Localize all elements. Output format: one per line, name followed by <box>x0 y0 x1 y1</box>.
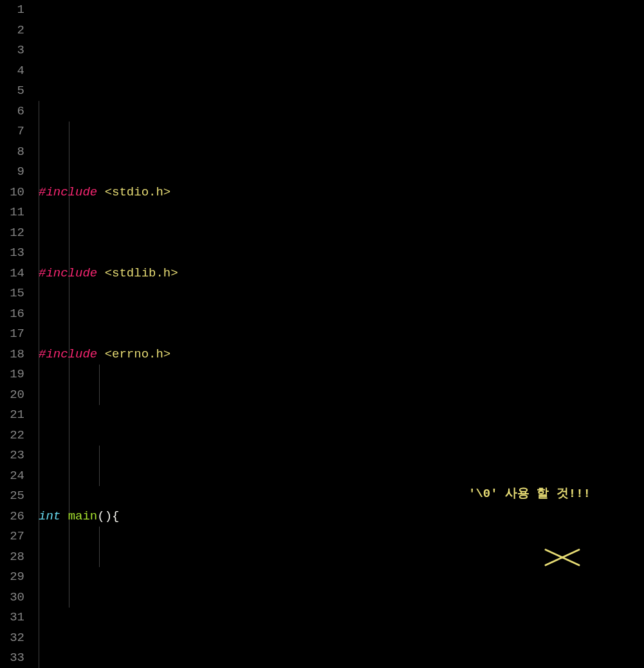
line-number: 7 <box>0 122 24 142</box>
code-line[interactable]: #include <stdlib.h> <box>39 264 644 284</box>
annotation-text: '\0' 사용 할 것!!! <box>468 484 591 505</box>
line-number-gutter: 1 2 3 4 5 6 7 8 9 10 11 12 13 14 15 16 1… <box>0 0 39 668</box>
line-number: 18 <box>0 345 24 365</box>
line-number: 30 <box>0 588 24 608</box>
line-number: 3 <box>0 41 24 61</box>
line-number: 16 <box>0 304 24 325</box>
line-number: 29 <box>0 567 24 588</box>
indent-guide <box>99 527 100 567</box>
line-number: 6 <box>0 102 24 122</box>
line-number: 22 <box>0 426 24 446</box>
code-line[interactable]: int main(){ <box>39 507 644 527</box>
line-number: 31 <box>0 608 24 628</box>
line-number: 10 <box>0 183 24 203</box>
code-line[interactable]: #include <stdio.h> <box>39 183 644 203</box>
line-number: 26 <box>0 507 24 527</box>
line-number: 13 <box>0 243 24 264</box>
line-number: 32 <box>0 628 24 649</box>
line-number: 27 <box>0 527 24 547</box>
svg-line-0 <box>546 550 579 565</box>
line-number: 4 <box>0 61 24 82</box>
code-editor[interactable]: 1 2 3 4 5 6 7 8 9 10 11 12 13 14 15 16 1… <box>0 0 644 668</box>
line-number: 8 <box>0 142 24 163</box>
line-number: 23 <box>0 446 24 466</box>
line-number: 15 <box>0 284 24 304</box>
line-number: 14 <box>0 264 24 284</box>
indent-guide <box>99 446 100 486</box>
line-number: 21 <box>0 405 24 426</box>
line-number: 24 <box>0 466 24 487</box>
line-number: 1 <box>0 0 24 21</box>
line-number: 9 <box>0 162 24 183</box>
svg-line-1 <box>546 550 579 565</box>
indent-guide <box>99 365 100 405</box>
line-number: 5 <box>0 81 24 102</box>
code-line[interactable] <box>39 426 644 446</box>
code-line[interactable]: #include <errno.h> <box>39 345 644 365</box>
line-number: 11 <box>0 203 24 223</box>
code-line[interactable] <box>39 588 644 608</box>
code-area[interactable]: #include <stdio.h> #include <stdlib.h> #… <box>39 0 644 668</box>
line-number: 17 <box>0 324 24 345</box>
line-number: 19 <box>0 365 24 385</box>
line-number: 28 <box>0 547 24 568</box>
line-number: 2 <box>0 21 24 41</box>
line-number: 12 <box>0 223 24 244</box>
line-number: 20 <box>0 385 24 406</box>
line-number: 33 <box>0 648 24 668</box>
line-number: 25 <box>0 486 24 507</box>
